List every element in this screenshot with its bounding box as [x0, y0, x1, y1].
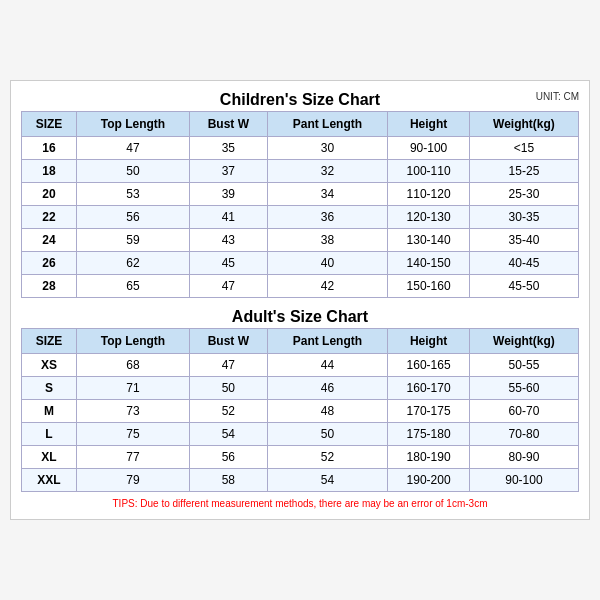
- table-cell: 45: [190, 252, 268, 275]
- table-cell: 34: [267, 183, 388, 206]
- table-row: XL775652180-19080-90: [22, 446, 579, 469]
- table-cell: 73: [76, 400, 189, 423]
- table-cell: 36: [267, 206, 388, 229]
- adult-header-weight: Weight(kg): [469, 329, 578, 354]
- table-cell: 41: [190, 206, 268, 229]
- tips-text: TIPS: Due to different measurement metho…: [21, 498, 579, 509]
- table-cell: 42: [267, 275, 388, 298]
- table-cell: 54: [190, 423, 268, 446]
- table-cell: 37: [190, 160, 268, 183]
- table-cell: 47: [190, 275, 268, 298]
- table-cell: 26: [22, 252, 77, 275]
- children-header-bust-w: Bust W: [190, 112, 268, 137]
- table-cell: 54: [267, 469, 388, 492]
- table-cell: 47: [76, 137, 189, 160]
- table-cell: 190-200: [388, 469, 470, 492]
- table-cell: L: [22, 423, 77, 446]
- table-cell: 40-45: [469, 252, 578, 275]
- table-row: 22564136120-13030-35: [22, 206, 579, 229]
- table-cell: 56: [76, 206, 189, 229]
- table-cell: 30: [267, 137, 388, 160]
- children-header-weight: Weight(kg): [469, 112, 578, 137]
- children-header-row: SIZE Top Length Bust W Pant Length Heigh…: [22, 112, 579, 137]
- table-row: 20533934110-12025-30: [22, 183, 579, 206]
- table-cell: 50: [76, 160, 189, 183]
- table-row: XS684744160-16550-55: [22, 354, 579, 377]
- table-cell: 22: [22, 206, 77, 229]
- table-cell: 160-165: [388, 354, 470, 377]
- table-cell: 52: [190, 400, 268, 423]
- table-cell: 160-170: [388, 377, 470, 400]
- table-cell: 48: [267, 400, 388, 423]
- children-size-table: SIZE Top Length Bust W Pant Length Heigh…: [21, 111, 579, 298]
- table-cell: 39: [190, 183, 268, 206]
- adult-size-table: SIZE Top Length Bust W Pant Length Heigh…: [21, 328, 579, 492]
- table-cell: 59: [76, 229, 189, 252]
- table-cell: 80-90: [469, 446, 578, 469]
- table-cell: 32: [267, 160, 388, 183]
- table-cell: 50-55: [469, 354, 578, 377]
- table-cell: 28: [22, 275, 77, 298]
- table-cell: 100-110: [388, 160, 470, 183]
- table-cell: 62: [76, 252, 189, 275]
- table-cell: 70-80: [469, 423, 578, 446]
- table-cell: 56: [190, 446, 268, 469]
- adult-header-row: SIZE Top Length Bust W Pant Length Heigh…: [22, 329, 579, 354]
- table-row: M735248170-17560-70: [22, 400, 579, 423]
- table-cell: 52: [267, 446, 388, 469]
- table-cell: 130-140: [388, 229, 470, 252]
- table-cell: 25-30: [469, 183, 578, 206]
- table-cell: 53: [76, 183, 189, 206]
- table-cell: 47: [190, 354, 268, 377]
- table-cell: S: [22, 377, 77, 400]
- adult-header-top-length: Top Length: [76, 329, 189, 354]
- table-row: S715046160-17055-60: [22, 377, 579, 400]
- table-cell: 18: [22, 160, 77, 183]
- table-cell: 50: [190, 377, 268, 400]
- table-cell: 90-100: [388, 137, 470, 160]
- table-cell: XXL: [22, 469, 77, 492]
- table-row: 24594338130-14035-40: [22, 229, 579, 252]
- unit-label: UNIT: CM: [536, 91, 579, 102]
- table-cell: 35: [190, 137, 268, 160]
- table-cell: <15: [469, 137, 578, 160]
- children-header-height: Height: [388, 112, 470, 137]
- table-cell: 65: [76, 275, 189, 298]
- table-cell: 45-50: [469, 275, 578, 298]
- table-cell: XS: [22, 354, 77, 377]
- table-cell: 50: [267, 423, 388, 446]
- table-cell: 180-190: [388, 446, 470, 469]
- table-cell: 16: [22, 137, 77, 160]
- table-cell: 38: [267, 229, 388, 252]
- adult-header-size: SIZE: [22, 329, 77, 354]
- table-cell: 60-70: [469, 400, 578, 423]
- table-row: 26624540140-15040-45: [22, 252, 579, 275]
- table-cell: 90-100: [469, 469, 578, 492]
- table-row: 18503732100-11015-25: [22, 160, 579, 183]
- table-cell: 24: [22, 229, 77, 252]
- table-row: 1647353090-100<15: [22, 137, 579, 160]
- table-cell: 170-175: [388, 400, 470, 423]
- table-cell: 20: [22, 183, 77, 206]
- adult-header-height: Height: [388, 329, 470, 354]
- table-cell: 71: [76, 377, 189, 400]
- children-header-size: SIZE: [22, 112, 77, 137]
- table-cell: XL: [22, 446, 77, 469]
- children-header-top-length: Top Length: [76, 112, 189, 137]
- children-section-title: Children's Size Chart UNIT: CM: [21, 91, 579, 109]
- adult-title-text: Adult's Size Chart: [232, 308, 368, 325]
- table-cell: 55-60: [469, 377, 578, 400]
- adult-header-bust-w: Bust W: [190, 329, 268, 354]
- table-cell: 75: [76, 423, 189, 446]
- table-cell: 15-25: [469, 160, 578, 183]
- table-cell: 40: [267, 252, 388, 275]
- table-cell: 140-150: [388, 252, 470, 275]
- children-header-pant-length: Pant Length: [267, 112, 388, 137]
- table-cell: 120-130: [388, 206, 470, 229]
- table-row: XXL795854190-20090-100: [22, 469, 579, 492]
- table-cell: 77: [76, 446, 189, 469]
- table-cell: 46: [267, 377, 388, 400]
- table-cell: 79: [76, 469, 189, 492]
- table-cell: 175-180: [388, 423, 470, 446]
- children-title-text: Children's Size Chart: [220, 91, 380, 108]
